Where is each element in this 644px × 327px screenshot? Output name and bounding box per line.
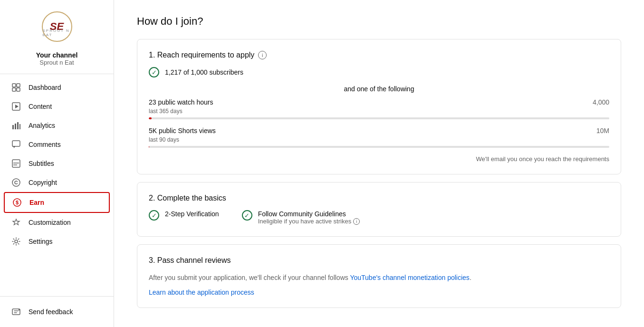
watch-hours-sub: last 365 days <box>149 108 609 115</box>
customization-icon <box>11 218 21 227</box>
dashboard-icon <box>11 83 21 92</box>
send-feedback-button[interactable]: Send feedback <box>0 302 114 321</box>
subscribers-check-icon: ✓ <box>149 67 159 77</box>
sidebar-item-copyright[interactable]: Copyright <box>0 173 114 192</box>
and-one-of-text: and one of the following <box>149 85 609 93</box>
community-guidelines-item: ✓ Follow Community Guidelines Ineligible… <box>242 210 360 225</box>
main-content: How do I join? 1. Reach requirements to … <box>114 0 644 327</box>
sidebar-item-subtitles[interactable]: Subtitles <box>0 154 114 173</box>
watch-hours-progress-bar <box>149 117 609 119</box>
watch-hours-target: 4,000 <box>593 98 609 106</box>
page-title: How do I join? <box>137 15 621 28</box>
community-check-icon: ✓ <box>242 210 252 221</box>
community-info-icon[interactable]: i <box>353 218 360 225</box>
community-sub: Ineligible if you have active strikes i <box>258 218 360 225</box>
sidebar-item-label-subtitles: Subtitles <box>29 160 54 167</box>
two-step-label: 2-Step Verification <box>165 210 219 218</box>
two-step-item: ✓ 2-Step Verification <box>149 210 219 221</box>
shorts-header: 5K public Shorts views 10M <box>149 127 609 135</box>
sidebar-item-earn[interactable]: $ Earn <box>4 192 110 213</box>
sidebar-item-settings[interactable]: Settings <box>0 232 114 251</box>
earn-icon: $ <box>12 198 22 207</box>
analytics-icon <box>11 121 21 130</box>
svg-rect-6 <box>12 125 14 129</box>
card2-title-text: 2. Complete the basics <box>149 194 226 202</box>
card-reach-requirements: 1. Reach requirements to apply i ✓ 1,217… <box>137 39 621 174</box>
sidebar-item-dashboard[interactable]: Dashboard <box>0 78 114 97</box>
channel-name-label: Your channel <box>0 51 114 59</box>
card1-title: 1. Reach requirements to apply i <box>149 51 609 59</box>
sidebar-item-content[interactable]: Content <box>0 97 114 116</box>
email-notice-text: We'll email you once you reach the requi… <box>149 155 609 163</box>
svg-rect-9 <box>19 124 20 129</box>
sidebar-item-comments[interactable]: Comments <box>0 135 114 154</box>
feedback-icon <box>11 307 21 317</box>
shorts-section: 5K public Shorts views 10M last 90 days <box>149 127 609 148</box>
pass-review-desc-end: . <box>470 274 471 281</box>
two-step-text: 2-Step Verification <box>165 210 219 218</box>
copyright-icon <box>11 178 21 187</box>
sidebar-item-label-customization: Customization <box>29 219 71 226</box>
svg-rect-1 <box>17 84 20 87</box>
shorts-progress-bar <box>149 146 609 148</box>
sidebar-bottom: Send feedback <box>0 296 114 327</box>
subscribers-check-row: ✓ 1,217 of 1,000 subscribers <box>149 67 609 77</box>
card1-title-text: 1. Reach requirements to apply <box>149 51 254 59</box>
card3-title-text: 3. Pass channel reviews <box>149 256 231 265</box>
svg-rect-3 <box>17 88 20 91</box>
shorts-label: 5K public Shorts views <box>149 127 216 135</box>
shorts-target: 10M <box>596 127 609 135</box>
card2-title: 2. Complete the basics <box>149 194 609 202</box>
subscribers-check-label: 1,217 of 1,000 subscribers <box>165 68 243 76</box>
svg-text:$: $ <box>16 200 19 205</box>
channel-info: Your channel Sprout n Eat <box>0 48 114 74</box>
watch-hours-label: 23 public watch hours <box>149 98 213 106</box>
sidebar-item-label-comments: Comments <box>29 141 61 148</box>
svg-point-17 <box>15 240 18 243</box>
card3-title: 3. Pass channel reviews <box>149 256 609 265</box>
settings-icon <box>11 237 21 246</box>
community-text: Follow Community Guidelines Ineligible i… <box>258 210 360 225</box>
svg-rect-10 <box>12 141 20 146</box>
sidebar-item-label-earn: Earn <box>29 199 44 206</box>
card1-info-icon[interactable]: i <box>258 51 267 59</box>
content-icon <box>11 102 21 111</box>
card-pass-reviews: 3. Pass channel reviews After you submit… <box>137 244 621 308</box>
sidebar-item-label-settings: Settings <box>29 238 53 245</box>
card-complete-basics: 2. Complete the basics ✓ 2-Step Verifica… <box>137 182 621 237</box>
subtitles-icon <box>11 159 21 168</box>
logo-container: SE SPROUT N EAT <box>0 0 114 48</box>
community-label: Follow Community Guidelines <box>258 210 360 218</box>
nav-items: Dashboard Content Analytics <box>0 74 114 296</box>
channel-sub-label: Sprout n Eat <box>0 59 114 66</box>
pass-review-description: After you submit your application, we'll… <box>149 272 609 283</box>
community-sub-text: Ineligible if you have active strikes <box>258 218 352 225</box>
svg-rect-8 <box>17 122 19 129</box>
shorts-sub: last 90 days <box>149 136 609 143</box>
watch-hours-section: 23 public watch hours 4,000 last 365 day… <box>149 98 609 119</box>
svg-rect-2 <box>12 88 16 91</box>
two-step-check-icon: ✓ <box>149 210 159 221</box>
learn-application-link[interactable]: Learn about the application process <box>149 289 609 296</box>
sidebar-item-label-content: Content <box>29 103 52 110</box>
sidebar: SE SPROUT N EAT Your channel Sprout n Ea… <box>0 0 114 327</box>
sidebar-item-analytics[interactable]: Analytics <box>0 116 114 135</box>
logo-brand: SPROUT N EAT <box>43 29 71 37</box>
sidebar-item-label-analytics: Analytics <box>29 122 55 129</box>
basics-grid: ✓ 2-Step Verification ✓ Follow Community… <box>149 210 609 225</box>
logo-icon: SE SPROUT N EAT <box>42 11 72 42</box>
pass-review-desc-text: After you submit your application, we'll… <box>149 274 350 281</box>
watch-hours-header: 23 public watch hours 4,000 <box>149 98 609 106</box>
watch-hours-fill <box>149 117 152 119</box>
sidebar-item-label-copyright: Copyright <box>29 179 57 186</box>
svg-rect-0 <box>12 84 16 87</box>
svg-marker-5 <box>15 105 19 108</box>
svg-point-14 <box>12 179 20 186</box>
svg-rect-7 <box>15 124 16 129</box>
sidebar-item-label-dashboard: Dashboard <box>29 84 61 91</box>
sidebar-item-customization[interactable]: Customization <box>0 213 114 232</box>
comments-icon <box>11 140 21 149</box>
send-feedback-label: Send feedback <box>29 308 73 316</box>
monetization-policies-link[interactable]: YouTube's channel monetization policies <box>350 274 469 281</box>
svg-rect-11 <box>12 160 20 167</box>
